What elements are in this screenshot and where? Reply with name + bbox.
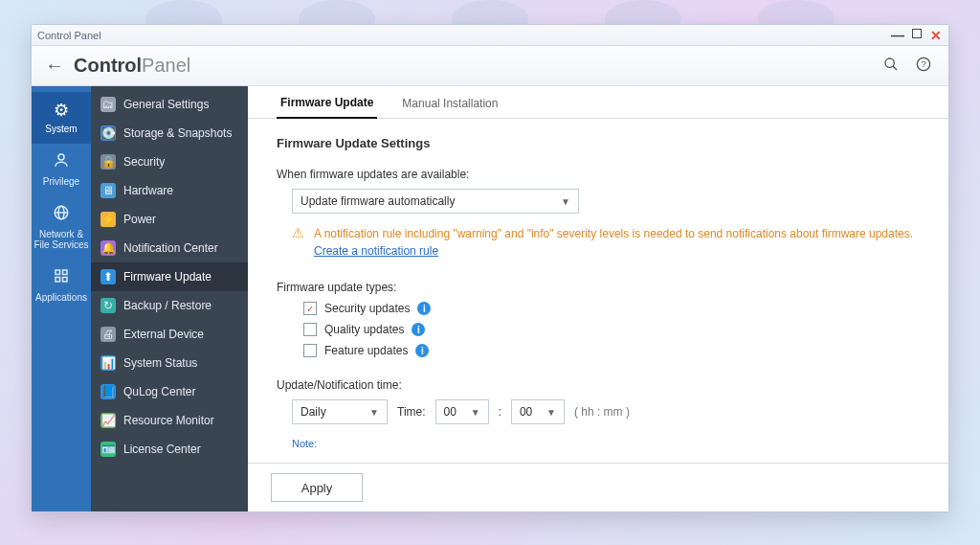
titlebar: Control Panel — ✕	[32, 25, 948, 46]
subnav-label: Hardware	[123, 184, 173, 197]
time-label: Update/Notification time:	[277, 378, 920, 392]
apps-icon	[32, 267, 91, 289]
create-notification-rule-link[interactable]: Create a notification rule	[314, 244, 438, 258]
tab-manual-installation[interactable]: Manual Installation	[398, 97, 501, 118]
help-icon[interactable]: ?	[912, 57, 935, 76]
status-icon: 📊	[100, 355, 116, 371]
minute-value: 00	[520, 405, 532, 419]
checkbox-label: Security updates	[324, 302, 410, 315]
category-system[interactable]: ⚙ System	[32, 92, 91, 144]
subnav-storage-snapshots[interactable]: 💽Storage & Snapshots	[91, 119, 248, 148]
maximize-button[interactable]	[912, 29, 922, 38]
firmware-icon: ⬆	[100, 269, 116, 284]
gear-icon: ⚙	[32, 100, 91, 121]
category-privilege[interactable]: Privilege	[32, 144, 91, 196]
body: ⚙ System Privilege Network & File Servic…	[32, 86, 948, 511]
category-label: Applications	[35, 292, 87, 303]
monitor-icon: 📈	[100, 413, 116, 428]
tab-firmware-update[interactable]: Firmware Update	[277, 96, 377, 119]
checkbox-feature-updates[interactable]	[303, 344, 317, 357]
subnav-qulog-center[interactable]: 📘QuLog Center	[91, 377, 248, 406]
subnav-notification-center[interactable]: 🔔Notification Center	[91, 234, 248, 262]
minimize-button[interactable]: —	[891, 29, 904, 42]
checkbox-quality-updates[interactable]	[303, 323, 317, 336]
category-nav: ⚙ System Privilege Network & File Servic…	[32, 86, 91, 511]
checkbox-security-updates[interactable]	[303, 302, 317, 315]
subnav-label: Power	[123, 213, 156, 226]
time-colon: :	[499, 405, 501, 419]
type-security-row: Security updates i	[303, 302, 920, 315]
subnav-label: Notification Center	[123, 241, 218, 255]
subnav-power[interactable]: ⚡Power	[91, 205, 248, 234]
type-quality-row: Quality updates i	[303, 323, 920, 336]
subnav-label: QuLog Center	[123, 385, 195, 398]
category-network[interactable]: Network & File Services	[32, 196, 91, 260]
minute-select[interactable]: 00 ▼	[511, 399, 565, 424]
power-icon: ⚡	[100, 212, 116, 227]
chevron-down-icon: ▼	[471, 407, 480, 418]
svg-rect-10	[56, 278, 60, 283]
warning-message: A notification rule including "warning" …	[314, 225, 920, 260]
info-icon[interactable]: i	[412, 323, 425, 336]
tabs: Firmware Update Manual Installation	[248, 86, 948, 119]
hour-value: 00	[444, 405, 457, 419]
hour-select[interactable]: 00 ▼	[435, 399, 489, 424]
lock-icon: 🔒	[100, 154, 116, 170]
hardware-icon: 🖥	[100, 183, 116, 198]
license-icon: 🪪	[100, 442, 116, 457]
storage-icon: 💽	[100, 125, 116, 141]
header: ← ControlPanel ?	[32, 46, 948, 86]
checkbox-label: Quality updates	[324, 323, 404, 336]
app-title-light: Panel	[142, 55, 190, 76]
back-button[interactable]: ←	[45, 55, 64, 77]
subnav-label: Firmware Update	[123, 270, 212, 284]
subnav-hardware[interactable]: 🖥Hardware	[91, 176, 248, 205]
info-icon[interactable]: i	[415, 344, 429, 357]
footer: Apply	[248, 463, 948, 511]
svg-rect-11	[63, 278, 68, 283]
user-icon	[32, 151, 91, 173]
chevron-down-icon: ▼	[546, 407, 556, 418]
types-label: Firmware update types:	[277, 281, 920, 294]
subnav-label: General Settings	[123, 98, 209, 111]
control-panel-window: Control Panel — ✕ ← ControlPanel ? ⚙ Sys…	[31, 24, 949, 512]
subnav-general-settings[interactable]: 🗂General Settings	[91, 90, 248, 119]
subnav-backup-restore[interactable]: ↻Backup / Restore	[91, 291, 248, 320]
app-title: ControlPanel	[74, 55, 190, 77]
subnav-external-device[interactable]: 🖨External Device	[91, 320, 248, 349]
apply-button[interactable]: Apply	[271, 473, 363, 502]
settings-icon: 🗂	[100, 97, 116, 112]
globe-icon	[32, 204, 91, 226]
settings-panel[interactable]: Firmware Update Settings When firmware u…	[248, 119, 948, 463]
subnav-system-status[interactable]: 📊System Status	[91, 349, 248, 377]
category-applications[interactable]: Applications	[32, 260, 91, 312]
when-select[interactable]: Update firmware automatically ▼	[292, 189, 579, 214]
category-label: Privilege	[43, 176, 79, 187]
chevron-down-icon: ▼	[561, 196, 570, 207]
subnav-label: Security	[123, 155, 165, 169]
subnav-license-center[interactable]: 🪪License Center	[91, 435, 248, 464]
subnav-firmware-update[interactable]: ⬆Firmware Update	[91, 262, 248, 291]
section-title: Firmware Update Settings	[277, 136, 920, 150]
frequency-value: Daily	[301, 405, 326, 419]
search-icon[interactable]	[880, 57, 902, 76]
when-label: When firmware updates are available:	[277, 168, 920, 181]
backup-icon: ↻	[100, 298, 116, 313]
checkbox-label: Feature updates	[324, 344, 408, 357]
note-label: Note:	[292, 438, 920, 449]
sub-nav: 🗂General Settings 💽Storage & Snapshots 🔒…	[91, 86, 248, 511]
subnav-security[interactable]: 🔒Security	[91, 148, 248, 176]
subnav-resource-monitor[interactable]: 📈Resource Monitor	[91, 406, 248, 435]
close-button[interactable]: ✕	[929, 29, 943, 42]
frequency-select[interactable]: Daily ▼	[292, 399, 388, 424]
warning-icon: ⚠	[292, 225, 304, 260]
subnav-label: Backup / Restore	[123, 299, 212, 312]
info-icon[interactable]: i	[417, 302, 431, 315]
external-icon: 🖨	[100, 327, 116, 342]
hhmm-hint: ( hh : mm )	[574, 405, 630, 419]
subnav-label: License Center	[123, 443, 201, 456]
when-select-value: Update firmware automatically	[301, 194, 455, 208]
category-label: Network & File Services	[32, 229, 91, 250]
svg-rect-8	[56, 270, 60, 275]
qulog-icon: 📘	[100, 384, 116, 399]
